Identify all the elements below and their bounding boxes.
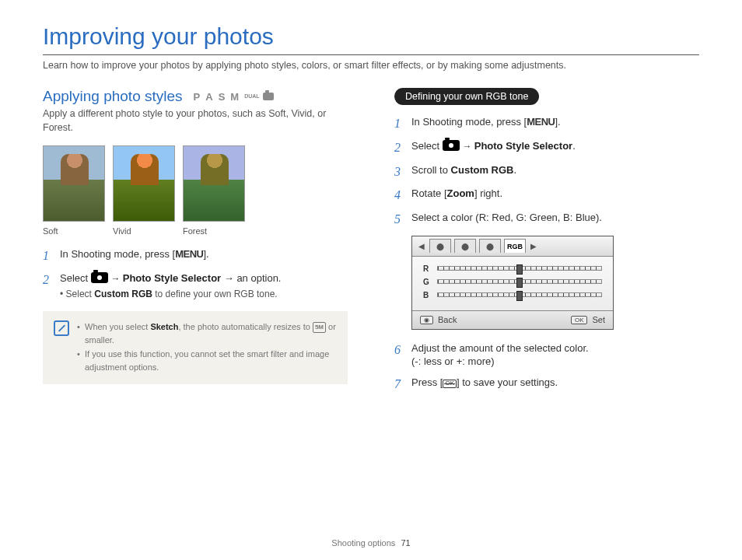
note-item: If you use this function, you cannot set… xyxy=(77,348,337,373)
footer-page-number: 71 xyxy=(401,538,410,548)
section-heading: Applying photo styles xyxy=(43,88,183,105)
step-number: 3 xyxy=(394,164,405,180)
step-4: 4 Rotate [Zoom] right. xyxy=(394,187,699,204)
mode-m: M xyxy=(230,91,241,103)
back-key-icon: ◉ xyxy=(420,316,433,324)
ok-menu-icon: OK xyxy=(443,380,457,388)
thumb-forest: Forest xyxy=(183,145,245,236)
step-number: 1 xyxy=(394,116,405,132)
step-text: Select xyxy=(60,272,91,284)
right-column: Defining your own RGB tone 1 In Shooting… xyxy=(394,88,699,401)
page-intro: Learn how to improve your photos by appl… xyxy=(43,60,699,71)
thumb-image xyxy=(183,145,245,222)
mode-a: A xyxy=(205,91,215,103)
title-rule xyxy=(43,54,699,55)
camera-icon xyxy=(443,140,460,151)
thumb-vivid: Vivid xyxy=(113,145,175,236)
page-footer: Shooting options 71 xyxy=(0,538,742,548)
step-text: Scroll to xyxy=(411,164,451,176)
note-bold: Sketch xyxy=(150,322,178,331)
movie-mode-icon xyxy=(263,93,274,100)
step-3: 3 Scroll to Custom RGB. xyxy=(394,164,699,180)
step-number: 1 xyxy=(43,248,54,264)
step-text: In Shooting mode, press [ xyxy=(60,248,175,260)
step-5: 5 Select a color (R: Red, G: Green, B: B… xyxy=(394,212,699,228)
rgb-row-g: G xyxy=(423,278,602,286)
step-text: Adjust the amount of the selected color. xyxy=(411,342,699,355)
step-1: 1 In Shooting mode, press [MENU]. xyxy=(394,116,699,132)
rgb-label: B xyxy=(423,291,431,299)
rgb-slider[interactable] xyxy=(437,292,602,297)
style-tab: ⬤ xyxy=(479,239,501,253)
note-text: When you select xyxy=(85,322,150,331)
menu-button-icon: MENU xyxy=(527,116,555,128)
rgb-tabs: ◀ ⬤ ⬤ ⬤ RGB ▶ xyxy=(412,236,613,257)
left-column: Applying photo styles P A S M DUAL Apply… xyxy=(43,88,348,401)
step-6: 6 Adjust the amount of the selected colo… xyxy=(394,342,699,369)
step-7: 7 Press [OK] to save your settings. xyxy=(394,376,699,393)
step-number: 4 xyxy=(394,187,405,204)
note-text: , the photo automatically resizes to xyxy=(178,322,312,331)
step-target: Photo Style Selector xyxy=(474,140,572,152)
menu-button-icon: MENU xyxy=(175,248,203,260)
substep-text: Select xyxy=(66,289,95,299)
thumb-caption: Forest xyxy=(183,226,245,236)
step-number: 7 xyxy=(394,376,405,393)
style-tab-rgb: RGB xyxy=(504,239,526,253)
step-number: 6 xyxy=(394,342,405,369)
step-text: → an option. xyxy=(224,272,282,284)
rgb-row-r: R xyxy=(423,264,602,273)
step-2: 2 Select → Photo Style Selector → an opt… xyxy=(43,272,348,300)
substep-target: Custom RGB xyxy=(94,289,152,299)
step-text: . xyxy=(513,164,516,176)
style-thumbnails: Soft Vivid Forest xyxy=(43,145,348,236)
thumb-caption: Vivid xyxy=(113,226,175,236)
mode-icons: P A S M DUAL xyxy=(194,91,274,103)
ok-key-icon: OK xyxy=(571,316,588,324)
step-text: . xyxy=(572,140,576,152)
rgb-label: R xyxy=(423,264,431,273)
step-text: ]. xyxy=(203,248,208,260)
substep-text: to define your own RGB tone. xyxy=(152,289,278,299)
step-target: Custom RGB xyxy=(451,164,514,176)
step-text: ] right. xyxy=(474,187,502,199)
step-text: Press [ xyxy=(411,376,443,388)
step-text: ]. xyxy=(555,116,560,128)
rgb-panel: ◀ ⬤ ⬤ ⬤ RGB ▶ R G B xyxy=(411,236,614,330)
arrow-icon: → xyxy=(462,141,474,152)
step-target: Zoom xyxy=(447,187,474,199)
substep: Select Custom RGB to define your own RGB… xyxy=(60,289,348,301)
step-text: ] to save your settings. xyxy=(457,376,558,388)
step-number: 2 xyxy=(43,272,54,300)
footer-section: Shooting options xyxy=(331,538,395,548)
set-label: Set xyxy=(592,315,605,324)
camera-icon xyxy=(91,272,108,283)
step-2: 2 Select → Photo Style Selector. xyxy=(394,140,699,156)
note-item: When you select Sketch, the photo automa… xyxy=(77,320,337,346)
step-text: (-: less or +: more) xyxy=(411,355,699,369)
arrow-icon: → xyxy=(110,273,122,284)
thumb-image xyxy=(43,145,105,222)
step-text: Select xyxy=(411,140,443,152)
step-target: Photo Style Selector xyxy=(123,272,221,284)
rgb-slider[interactable] xyxy=(437,279,602,284)
step-text: Select a color (R: Red, G: Green, B: Blu… xyxy=(411,212,699,228)
mode-dual-icon: DUAL xyxy=(244,93,259,99)
step-number: 5 xyxy=(394,212,405,228)
rgb-slider[interactable] xyxy=(437,266,602,271)
rgb-label: G xyxy=(423,278,431,286)
note-box: When you select Sketch, the photo automa… xyxy=(43,311,348,384)
style-tab: ⬤ xyxy=(454,239,476,253)
page-title: Improving your photos xyxy=(43,23,699,50)
tab-arrow-right-icon: ▶ xyxy=(529,242,538,250)
note-icon xyxy=(54,320,69,336)
size-icon: 5M xyxy=(313,322,326,333)
thumb-image xyxy=(113,145,175,222)
step-1: 1 In Shooting mode, press [MENU]. xyxy=(43,248,348,264)
step-number: 2 xyxy=(394,140,405,156)
subsection-pill: Defining your own RGB tone xyxy=(394,88,539,105)
rgb-row-b: B xyxy=(423,291,602,299)
style-tab: ⬤ xyxy=(429,239,451,253)
tab-arrow-left-icon: ◀ xyxy=(417,242,426,250)
section-desc: Apply a different photo style to your ph… xyxy=(43,107,348,135)
